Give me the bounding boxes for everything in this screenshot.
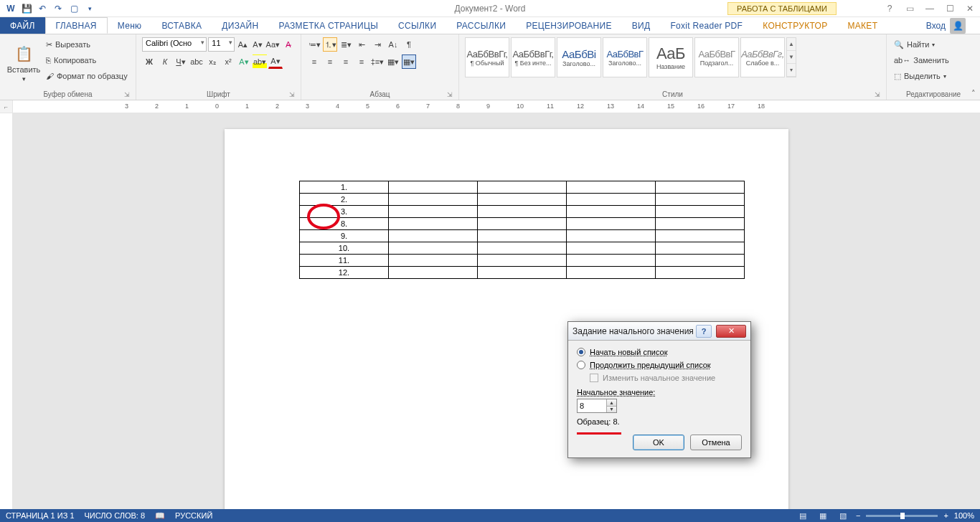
font-size-combo[interactable]: 11 — [208, 37, 235, 52]
spinner-up-icon[interactable]: ▲ — [607, 399, 616, 407]
underline-button[interactable]: Ч▾ — [174, 54, 188, 69]
redo-icon[interactable]: ↷ — [52, 2, 65, 15]
style-normal[interactable]: АаБбВвГг,¶ Обычный — [465, 37, 509, 77]
tab-home[interactable]: ГЛАВНАЯ — [45, 17, 108, 34]
status-language[interactable]: РУССКИЙ — [175, 511, 212, 520]
clear-format-button[interactable]: A̶ — [281, 37, 295, 52]
style-heading2[interactable]: АаБбВвГЗаголово... — [603, 37, 647, 77]
align-left-button[interactable]: ≡ — [307, 54, 321, 69]
increase-indent-button[interactable]: ⇥ — [370, 37, 385, 52]
borders-button[interactable]: ▦▾ — [402, 54, 416, 69]
justify-button[interactable]: ≡ — [354, 54, 369, 69]
tab-design[interactable]: ДИЗАЙН — [212, 17, 268, 34]
ruler-vertical[interactable] — [0, 113, 13, 509]
undo-icon[interactable]: ↶ — [36, 2, 49, 15]
ribbon-display-icon[interactable]: ▭ — [903, 4, 917, 14]
spinner-down-icon[interactable]: ▼ — [607, 407, 616, 413]
superscript-button[interactable]: x² — [221, 54, 235, 69]
cancel-button[interactable]: Отмена — [690, 435, 742, 450]
subscript-button[interactable]: x₂ — [205, 54, 220, 69]
decrease-indent-button[interactable]: ⇤ — [354, 37, 369, 52]
save-icon[interactable]: 💾 — [20, 2, 33, 15]
user-avatar-icon[interactable]: 👤 — [950, 18, 966, 34]
tab-insert[interactable]: ВСТАВКА — [151, 17, 212, 34]
status-words[interactable]: ЧИСЛО СЛОВ: 8 — [85, 511, 146, 520]
tab-foxit[interactable]: Foxit Reader PDF — [660, 17, 753, 34]
sort-button[interactable]: A↓ — [386, 37, 400, 52]
radio-continue-list[interactable]: Продолжить предыдущий список — [577, 361, 742, 369]
bold-button[interactable]: Ж — [142, 54, 156, 69]
style-subtitle[interactable]: АаБбВвГПодзагол... — [694, 37, 739, 77]
ribbon-collapse-icon[interactable]: ˄ — [971, 89, 976, 98]
zoom-slider[interactable] — [866, 515, 938, 517]
maximize-icon[interactable]: ☐ — [943, 4, 957, 14]
align-center-button[interactable]: ≡ — [323, 54, 337, 69]
ruler-horizontal[interactable]: ⌐ 3210123456789101112131415161718 — [0, 100, 980, 113]
tab-references[interactable]: ССЫЛКИ — [388, 17, 446, 34]
status-proofing-icon[interactable]: 📖 — [155, 511, 165, 521]
style-subtle[interactable]: АаБбВвГг,Слабое в... — [740, 37, 785, 77]
find-button[interactable]: 🔍Найти▾ — [892, 37, 951, 52]
numbering-button[interactable]: ⒈▾ — [323, 37, 337, 52]
start-value-spinner[interactable]: ▲ ▼ — [577, 399, 617, 413]
zoom-out-button[interactable]: − — [856, 511, 860, 520]
tab-review[interactable]: РЕЦЕНЗИРОВАНИЕ — [516, 17, 622, 34]
font-name-combo[interactable]: Calibri (Осно — [142, 37, 207, 52]
help-icon[interactable]: ? — [882, 4, 897, 14]
style-title[interactable]: АаБНазвание — [649, 37, 693, 77]
document-table[interactable]: 1. 2. 3. 8. 9. 10. 11. 12. — [299, 181, 745, 279]
status-page[interactable]: СТРАНИЦА 1 ИЗ 1 — [6, 511, 75, 520]
style-heading1[interactable]: АаБбВіЗаголово... — [557, 37, 601, 77]
clipboard-launcher-icon[interactable]: ⇲ — [124, 91, 130, 98]
font-color-button[interactable]: A▾ — [268, 54, 283, 69]
format-painter-button[interactable]: 🖌Формат по образцу — [44, 69, 129, 83]
dialog-help-button[interactable]: ? — [696, 325, 712, 338]
paste-button[interactable]: 📋 Вставить ▾ — [6, 37, 42, 89]
text-effects-button[interactable]: A▾ — [237, 54, 251, 69]
grow-font-button[interactable]: A▴ — [236, 37, 250, 52]
style-nospace[interactable]: АаБбВвГг,¶ Без инте... — [511, 37, 555, 77]
change-case-button[interactable]: Aa▾ — [265, 37, 280, 52]
tab-table-design[interactable]: КОНСТРУКТОР — [753, 17, 837, 34]
qat-customize-icon[interactable]: ▾ — [83, 2, 96, 15]
radio-new-list[interactable]: Начать новый список — [577, 348, 742, 356]
zoom-slider-thumb[interactable] — [900, 513, 905, 519]
style-scroll-down-icon[interactable]: ▼ — [787, 51, 796, 64]
font-launcher-icon[interactable]: ⇲ — [289, 91, 295, 98]
view-print-icon[interactable]: ▦ — [816, 511, 830, 521]
cut-button[interactable]: ✂Вырезать — [44, 37, 129, 52]
tab-mailings[interactable]: РАССЫЛКИ — [446, 17, 516, 34]
line-spacing-button[interactable]: ‡≡▾ — [370, 54, 385, 69]
paragraph-launcher-icon[interactable]: ⇲ — [447, 91, 453, 98]
styles-launcher-icon[interactable]: ⇲ — [875, 91, 880, 98]
close-icon[interactable]: ✕ — [963, 4, 977, 14]
bullets-button[interactable]: ≔▾ — [307, 37, 321, 52]
tab-file[interactable]: ФАЙЛ — [0, 17, 45, 34]
highlight-button[interactable]: ab▾ — [253, 54, 267, 69]
style-scroll-up-icon[interactable]: ▲ — [787, 38, 796, 51]
replace-button[interactable]: ab↔Заменить — [892, 53, 951, 67]
signin-link[interactable]: Вход — [926, 21, 946, 31]
multilevel-button[interactable]: ≣▾ — [339, 37, 353, 52]
shading-button[interactable]: ▦▾ — [386, 54, 400, 69]
ok-button[interactable]: OK — [633, 435, 684, 450]
align-right-button[interactable]: ≡ — [339, 54, 353, 69]
start-value-input[interactable] — [578, 399, 606, 412]
copy-button[interactable]: ⎘Копировать — [44, 53, 129, 67]
tab-page-layout[interactable]: РАЗМЕТКА СТРАНИЦЫ — [268, 17, 388, 34]
strike-button[interactable]: abc — [189, 54, 204, 69]
shrink-font-button[interactable]: A▾ — [251, 37, 265, 52]
minimize-icon[interactable]: — — [923, 4, 937, 14]
tab-menu[interactable]: Меню — [108, 17, 152, 34]
zoom-level[interactable]: 100% — [954, 511, 974, 520]
dialog-titlebar[interactable]: Задание начального значения ? ✕ — [568, 322, 750, 341]
tab-view[interactable]: ВИД — [622, 17, 661, 34]
show-marks-button[interactable]: ¶ — [402, 37, 416, 52]
select-button[interactable]: ⬚Выделить▾ — [892, 69, 951, 83]
new-doc-icon[interactable]: ▢ — [67, 2, 80, 15]
tab-table-layout[interactable]: МАКЕТ — [837, 17, 887, 34]
view-read-icon[interactable]: ▤ — [796, 511, 810, 521]
dialog-close-button[interactable]: ✕ — [716, 325, 746, 338]
view-web-icon[interactable]: ▧ — [836, 511, 850, 521]
zoom-in-button[interactable]: + — [943, 511, 948, 520]
